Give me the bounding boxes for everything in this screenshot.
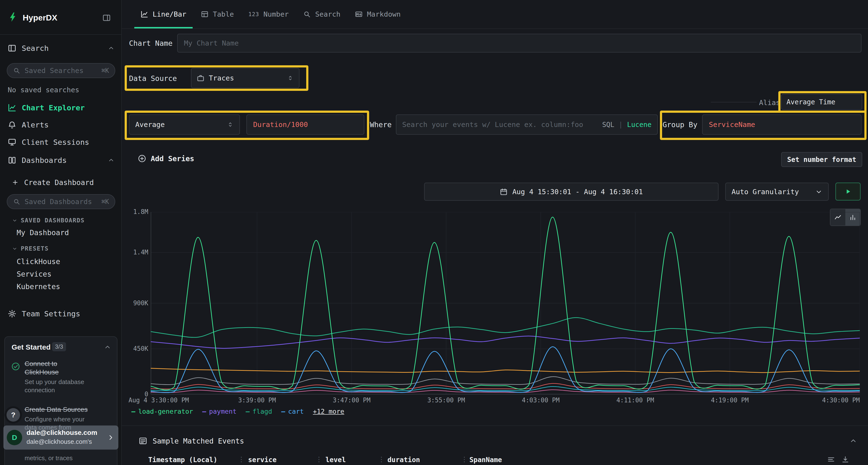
chart-name-input[interactable]	[177, 34, 862, 53]
run-query-button[interactable]	[835, 182, 861, 200]
saved-searches-input[interactable]: ⌘K	[7, 63, 115, 78]
get-started-item-title: Connect to ClickHouse	[25, 360, 90, 376]
user-team: dale@clickhouse.com's	[27, 438, 92, 445]
sidebar-item-chart-explorer[interactable]: Chart Explorer	[8, 103, 115, 112]
chevron-up-icon[interactable]	[108, 45, 115, 52]
download-icon[interactable]	[841, 455, 849, 464]
search-section-label: Search	[22, 44, 102, 53]
tab-markdown[interactable]: Markdown	[349, 0, 407, 28]
gear-icon	[8, 309, 17, 318]
section-divider	[122, 426, 868, 426]
chart-type-tabbar: Line/BarTable123NumberSearchMarkdown	[122, 0, 868, 29]
column-resize-handle[interactable]: ⋮	[238, 455, 245, 463]
dashboard-link-clickhouse[interactable]: ClickHouse	[17, 257, 60, 266]
user-account-chip[interactable]: D dale@clickhouse.com dale@clickhouse.co…	[3, 426, 118, 450]
dashboard-link-services[interactable]: Services	[17, 270, 52, 278]
legend-label: cart	[288, 408, 304, 415]
select-updown-icon	[227, 121, 234, 128]
dashboard-link-my-dashboard[interactable]: My Dashboard	[17, 228, 69, 237]
legend-item-flagd[interactable]: —flagd	[246, 408, 272, 415]
legend-dash: —	[131, 408, 135, 415]
column-header-spanname[interactable]: SpanName	[469, 456, 502, 464]
column-resize-handle[interactable]: ⋮	[461, 455, 468, 463]
dashboard-link-kubernetes[interactable]: Kubernetes	[17, 283, 60, 291]
hyperdx-logo-icon	[7, 11, 18, 23]
aggregation-select[interactable]: Average	[129, 114, 240, 135]
get-started-item-title: Create Data Sources	[25, 405, 90, 414]
sidebar-item-team-settings[interactable]: Team Settings	[8, 309, 115, 319]
sidebar-item-label: Client Sessions	[22, 138, 115, 146]
x-axis-label: 3:39:00 PM	[238, 397, 276, 404]
group-by-input[interactable]: ServiceName	[702, 114, 862, 135]
monitor-icon	[8, 138, 17, 146]
sidebar-item-label: Alerts	[22, 121, 115, 129]
sidebar-item-client-sessions[interactable]: Client Sessions	[8, 137, 115, 147]
check-circle-icon	[11, 362, 20, 371]
get-started-partial-text: metrics, or traces	[25, 454, 97, 462]
lucene-mode-toggle[interactable]: Lucene	[627, 121, 651, 129]
column-header-service[interactable]: service	[248, 456, 277, 464]
granularity-select[interactable]: Auto Granularity	[725, 182, 829, 201]
time-range-picker[interactable]: Aug 4 15:30:01 - Aug 4 16:30:01	[424, 182, 718, 201]
column-header-timestamp-local[interactable]: Timestamp (Local)	[148, 456, 217, 464]
legend-show-more-link[interactable]: +12 more	[313, 408, 344, 415]
alias-input[interactable]: Average Time	[781, 94, 862, 110]
sidebar: HyperDX Search ⌘K No saved searches Char…	[0, 0, 122, 465]
alias-connector-line	[711, 102, 756, 102]
where-search-input[interactable]: SQL | Lucene	[396, 114, 658, 135]
sidebar-divider	[0, 34, 122, 35]
tab-table[interactable]: Table	[194, 0, 240, 28]
data-source-select[interactable]: Traces	[191, 68, 300, 88]
legend-label: payment	[209, 408, 237, 415]
tab-search[interactable]: Search	[297, 0, 347, 28]
chart-name-label: Chart Name	[129, 39, 173, 47]
collapse-events-icon[interactable]	[849, 437, 857, 445]
create-dashboard-button[interactable]: Create Dashboard	[11, 177, 115, 187]
data-source-label: Data Source	[129, 74, 177, 82]
column-resize-handle[interactable]: ⋮	[378, 455, 385, 463]
get-started-item[interactable]: Connect to ClickHouseSet up your databas…	[25, 360, 90, 394]
legend-item-cart[interactable]: —cart	[281, 408, 304, 415]
set-number-format-button[interactable]: Set number format	[781, 152, 862, 167]
sidebar-item-alerts[interactable]: Alerts	[8, 120, 115, 130]
sample-events-header[interactable]: Sample Matched Events	[138, 437, 244, 445]
aggregation-field-input[interactable]: Duration/1000	[246, 114, 364, 135]
sidebar-item-dashboards[interactable]: Dashboards	[8, 156, 115, 165]
chart-line-icon	[8, 103, 17, 112]
chevron-down-icon	[12, 246, 18, 251]
tab-label: Number	[264, 10, 289, 18]
chevron-up-icon[interactable]	[104, 343, 111, 351]
column-header-duration[interactable]: duration	[388, 456, 420, 464]
sidebar-item-label: Chart Explorer	[22, 103, 115, 112]
y-axis-label: 1.8M	[122, 208, 148, 215]
where-search-field[interactable]	[402, 121, 598, 129]
tab-number[interactable]: 123Number	[242, 0, 295, 28]
tab-label: Markdown	[367, 10, 401, 18]
saved-dashboards-input[interactable]: ⌘K	[7, 194, 115, 209]
y-axis-label: 1.4M	[122, 248, 148, 256]
group-header-saved-dashboards[interactable]: SAVED DASHBOARDS	[12, 217, 85, 224]
add-series-button[interactable]: Add Series	[138, 154, 194, 163]
timeseries-chart[interactable]	[151, 212, 860, 394]
x-axis-label: 4:19:00 PM	[711, 397, 749, 404]
chart-name-field[interactable]	[184, 39, 855, 47]
x-axis-label: 3:47:00 PM	[333, 397, 371, 404]
saved-searches-field[interactable]	[25, 66, 97, 75]
chevron-up-icon[interactable]	[108, 157, 115, 164]
y-axis-label: 900K	[122, 299, 148, 307]
saved-dashboards-field[interactable]	[25, 198, 97, 206]
column-resize-handle[interactable]: ⋮	[316, 455, 322, 463]
legend-item-payment[interactable]: —payment	[202, 408, 237, 415]
calendar-icon	[500, 188, 507, 196]
collapse-sidebar-icon[interactable]	[102, 13, 111, 22]
sidebar-section-search[interactable]: Search	[8, 43, 115, 53]
main-content: Line/BarTable123NumberSearchMarkdown Cha…	[122, 0, 868, 465]
x-axis-label: 3:55:00 PM	[427, 397, 465, 404]
column-header-level[interactable]: level	[326, 456, 346, 464]
group-header-presets[interactable]: PRESETS	[12, 245, 49, 252]
help-button[interactable]: ?	[6, 408, 20, 422]
legend-item-load-generator[interactable]: —load-generator	[131, 408, 193, 415]
sql-mode-toggle[interactable]: SQL	[602, 121, 614, 129]
column-options-icon[interactable]	[827, 455, 835, 464]
tab-line-bar[interactable]: Line/Bar	[134, 0, 193, 28]
